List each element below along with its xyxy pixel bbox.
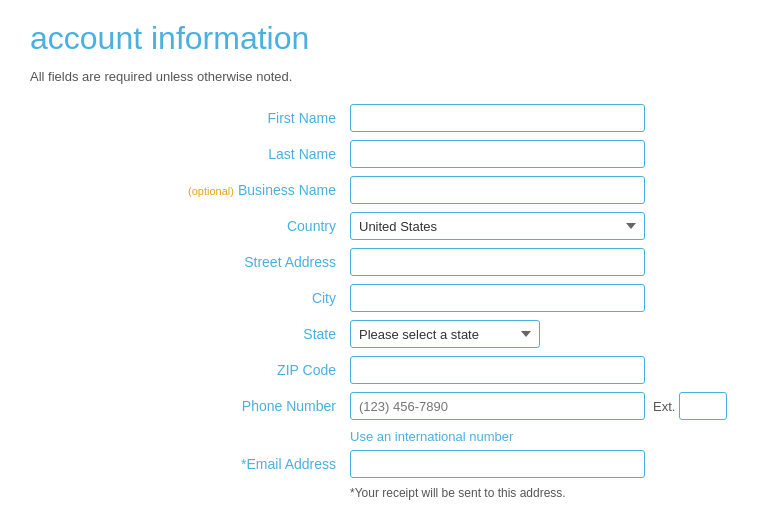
business-name-row: (optional)Business Name	[30, 176, 746, 204]
state-select[interactable]: Please select a state Alabama Alaska Ari…	[350, 320, 540, 348]
email-label: *Email Address	[30, 456, 350, 472]
first-name-row: First Name	[30, 104, 746, 132]
city-input[interactable]	[350, 284, 645, 312]
form-subtitle: All fields are required unless otherwise…	[30, 69, 746, 84]
intl-number-link[interactable]: Use an international number	[350, 429, 513, 444]
street-address-row: Street Address	[30, 248, 746, 276]
country-select[interactable]: United States Canada United Kingdom	[350, 212, 645, 240]
page-title: account information	[30, 20, 746, 57]
business-name-input[interactable]	[350, 176, 645, 204]
first-name-label: First Name	[30, 110, 350, 126]
city-label: City	[30, 290, 350, 306]
business-name-label: (optional)Business Name	[30, 182, 350, 198]
zip-code-input[interactable]	[350, 356, 645, 384]
ext-input[interactable]	[679, 392, 727, 420]
street-address-input[interactable]	[350, 248, 645, 276]
street-address-label: Street Address	[30, 254, 350, 270]
last-name-input[interactable]	[350, 140, 645, 168]
phone-field-group: Ext.	[350, 392, 727, 420]
optional-tag: (optional)	[188, 185, 234, 197]
zip-code-row: ZIP Code	[30, 356, 746, 384]
email-row: *Email Address	[30, 450, 746, 478]
phone-number-row: Phone Number Ext.	[30, 392, 746, 420]
last-name-label: Last Name	[30, 146, 350, 162]
email-note: *Your receipt will be sent to this addre…	[350, 486, 746, 500]
state-row: State Please select a state Alabama Alas…	[30, 320, 746, 348]
email-input[interactable]	[350, 450, 645, 478]
country-label: Country	[30, 218, 350, 234]
zip-code-label: ZIP Code	[30, 362, 350, 378]
intl-link-row: Use an international number	[350, 428, 746, 444]
city-row: City	[30, 284, 746, 312]
country-row: Country United States Canada United King…	[30, 212, 746, 240]
phone-input[interactable]	[350, 392, 645, 420]
first-name-input[interactable]	[350, 104, 645, 132]
state-label: State	[30, 326, 350, 342]
ext-label: Ext.	[653, 399, 675, 414]
phone-number-label: Phone Number	[30, 398, 350, 414]
last-name-row: Last Name	[30, 140, 746, 168]
